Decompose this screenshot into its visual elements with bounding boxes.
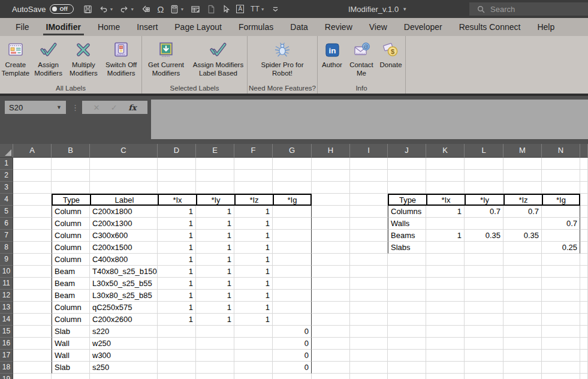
cell-A1[interactable] <box>13 158 52 170</box>
switch-off-modifiers-button[interactable]: Switch Off Modifiers <box>101 40 141 77</box>
cell-L6[interactable] <box>465 218 503 230</box>
qat-overflow-button[interactable] <box>272 5 279 13</box>
cell-D10[interactable]: 1 <box>158 266 196 278</box>
cell-F3[interactable] <box>234 182 273 194</box>
cell-C13[interactable]: qC250x575 <box>90 302 158 314</box>
redo-button[interactable]: ▼ <box>120 5 134 14</box>
cell-K8[interactable] <box>426 242 465 254</box>
cell-M11[interactable] <box>503 278 542 290</box>
cell-H1[interactable] <box>312 158 350 170</box>
cell-C4[interactable]: Label <box>90 194 158 206</box>
cell-D17[interactable] <box>158 350 196 362</box>
cell-A9[interactable] <box>13 254 52 266</box>
col-header-B[interactable]: B <box>52 144 90 158</box>
cell-C7[interactable]: C300x600 <box>90 230 158 242</box>
cell-A14[interactable] <box>13 314 52 326</box>
cell-G9[interactable] <box>273 254 312 266</box>
cell-B8[interactable]: Column <box>52 242 90 254</box>
cell-H3[interactable] <box>312 182 350 194</box>
cell-I15[interactable] <box>350 326 388 338</box>
cell-C16[interactable]: w250 <box>90 338 158 350</box>
cell-L3[interactable] <box>465 182 503 194</box>
cell-H18[interactable] <box>312 362 350 374</box>
cell-D18[interactable] <box>158 362 196 374</box>
cell-E12[interactable]: 1 <box>196 290 234 302</box>
cell-tail-5[interactable] <box>580 206 588 218</box>
cell-I19[interactable] <box>350 374 388 379</box>
cell-F5[interactable]: 1 <box>234 206 273 218</box>
cell-E17[interactable] <box>196 350 234 362</box>
cell-F16[interactable] <box>234 338 273 350</box>
cell-G10[interactable] <box>273 266 312 278</box>
row-header-13[interactable]: 13 <box>0 302 13 314</box>
cell-N13[interactable] <box>542 302 580 314</box>
cell-J13[interactable] <box>388 302 426 314</box>
cell-L12[interactable] <box>465 290 503 302</box>
cell-tail-16[interactable] <box>580 338 588 350</box>
cell-M19[interactable] <box>503 374 542 379</box>
undo-button[interactable]: ▼ <box>99 5 113 14</box>
cell-F4[interactable]: *Iz <box>234 194 273 206</box>
cell-J4[interactable]: Type <box>388 194 426 206</box>
cell-A17[interactable] <box>13 350 52 362</box>
cell-A10[interactable] <box>13 266 52 278</box>
cell-D3[interactable] <box>158 182 196 194</box>
cell-F14[interactable]: 1 <box>234 314 273 326</box>
cell-L17[interactable] <box>465 350 503 362</box>
cell-J14[interactable] <box>388 314 426 326</box>
cell-H6[interactable] <box>312 218 350 230</box>
cell-I2[interactable] <box>350 170 388 182</box>
cell-E6[interactable]: 1 <box>196 218 234 230</box>
cell-B15[interactable]: Slab <box>52 326 90 338</box>
cell-E4[interactable]: *Iy <box>196 194 234 206</box>
tab-file[interactable]: File <box>7 18 38 36</box>
cell-B7[interactable]: Column <box>52 230 90 242</box>
cell-N4[interactable]: *Ig <box>542 194 580 206</box>
cell-E15[interactable] <box>196 326 234 338</box>
cell-B6[interactable]: Column <box>52 218 90 230</box>
tab-page-layout[interactable]: Page Layout <box>166 18 230 36</box>
cell-G19[interactable] <box>273 374 312 379</box>
cell-L5[interactable]: 0.7 <box>465 206 503 218</box>
cell-L18[interactable] <box>465 362 503 374</box>
cell-F10[interactable]: 1 <box>234 266 273 278</box>
cell-E18[interactable] <box>196 362 234 374</box>
search-input[interactable]: Search <box>469 2 588 16</box>
cell-A2[interactable] <box>13 170 52 182</box>
name-box[interactable]: S20 ▼ <box>5 101 66 114</box>
cell-D12[interactable]: 1 <box>158 290 196 302</box>
cell-J8[interactable]: Slabs <box>388 242 426 254</box>
cell-N18[interactable] <box>542 362 580 374</box>
cell-M13[interactable] <box>503 302 542 314</box>
cell-N16[interactable] <box>542 338 580 350</box>
cell-G7[interactable] <box>273 230 312 242</box>
row-header-7[interactable]: 7 <box>0 230 13 242</box>
cell-D1[interactable] <box>158 158 196 170</box>
cell-D7[interactable]: 1 <box>158 230 196 242</box>
formula-bar-handle-icon[interactable]: ⋮ <box>71 101 79 114</box>
cell-J18[interactable] <box>388 362 426 374</box>
cell-tail-2[interactable] <box>580 170 588 182</box>
row-header-3[interactable]: 3 <box>0 182 13 194</box>
formula-input[interactable] <box>151 100 588 139</box>
cell-A13[interactable] <box>13 302 52 314</box>
cell-A15[interactable] <box>13 326 52 338</box>
tab-formulas[interactable]: Formulas <box>230 18 282 36</box>
get-current-modifiers-button[interactable]: Get Current Modifiers <box>143 40 189 77</box>
cell-C3[interactable] <box>90 182 158 194</box>
cell-B16[interactable]: Wall <box>52 338 90 350</box>
row-header-19[interactable]: 19 <box>0 374 13 379</box>
cell-E14[interactable]: 1 <box>196 314 234 326</box>
row-header-2[interactable]: 2 <box>0 170 13 182</box>
cell-K19[interactable] <box>426 374 465 379</box>
cell-tail-3[interactable] <box>580 182 588 194</box>
cell-K12[interactable] <box>426 290 465 302</box>
cell-M15[interactable] <box>503 326 542 338</box>
cell-L15[interactable] <box>465 326 503 338</box>
cell-D9[interactable]: 1 <box>158 254 196 266</box>
cell-G16[interactable]: 0 <box>273 338 312 350</box>
cell-G17[interactable]: 0 <box>273 350 312 362</box>
cell-G14[interactable] <box>273 314 312 326</box>
cell-tail-14[interactable] <box>580 314 588 326</box>
cell-D4[interactable]: *Ix <box>158 194 196 206</box>
